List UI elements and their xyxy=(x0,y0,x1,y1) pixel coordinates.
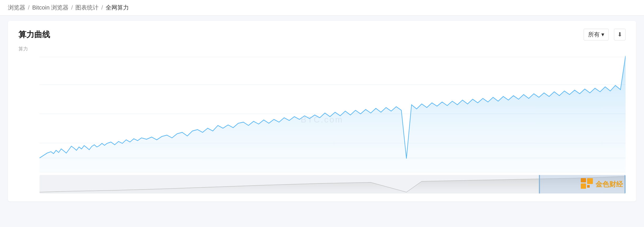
filter-label: 所有 xyxy=(588,31,600,39)
chart-header: 算力曲线 所有 ▾ ⬇ xyxy=(18,29,626,40)
logo-icon xyxy=(580,178,593,191)
breadcrumb-current: 全网算力 xyxy=(106,4,129,12)
main-content: 算力曲线 所有 ▾ ⬇ 算力 xyxy=(8,21,636,201)
chevron-down-icon: ▾ xyxy=(601,31,604,38)
breadcrumb: 浏览器 / Bitcoin 浏览器 / 图表统计 / 全网算力 xyxy=(0,0,644,16)
svg-rect-32 xyxy=(581,183,586,189)
svg-rect-33 xyxy=(587,178,593,184)
minimap[interactable] xyxy=(40,175,626,193)
filter-dropdown[interactable]: 所有 ▾ xyxy=(584,29,609,40)
y-axis-label: 算力 xyxy=(18,46,28,52)
breadcrumb-item-charts[interactable]: 图表统计 xyxy=(75,4,99,12)
chart-controls: 所有 ▾ ⬇ xyxy=(584,29,626,40)
breadcrumb-sep-2: / xyxy=(71,4,73,11)
chart-area: 算力 xyxy=(18,46,626,193)
svg-rect-30 xyxy=(539,175,540,193)
download-icon: ⬇ xyxy=(617,31,622,38)
breadcrumb-sep-1: / xyxy=(28,4,30,11)
download-button[interactable]: ⬇ xyxy=(614,29,626,40)
chart-svg-container: 800 EH/s 600 EH/s 400 EH/s 200 EH/s 141 … xyxy=(40,51,626,172)
svg-rect-34 xyxy=(587,185,590,188)
svg-rect-31 xyxy=(625,175,626,193)
breadcrumb-item-bitcoin[interactable]: Bitcoin 浏览器 xyxy=(32,4,69,12)
logo-area: 金色财经 xyxy=(580,178,623,191)
svg-rect-35 xyxy=(581,178,586,182)
chart-title: 算力曲线 xyxy=(18,29,50,40)
breadcrumb-item-browser[interactable]: 浏览器 xyxy=(8,4,25,12)
breadcrumb-sep-3: / xyxy=(101,4,103,11)
minimap-svg xyxy=(40,175,626,193)
logo-text: 金色财经 xyxy=(596,180,623,189)
chart-svg: 800 EH/s 600 EH/s 400 EH/s 200 EH/s 141 … xyxy=(40,51,626,172)
